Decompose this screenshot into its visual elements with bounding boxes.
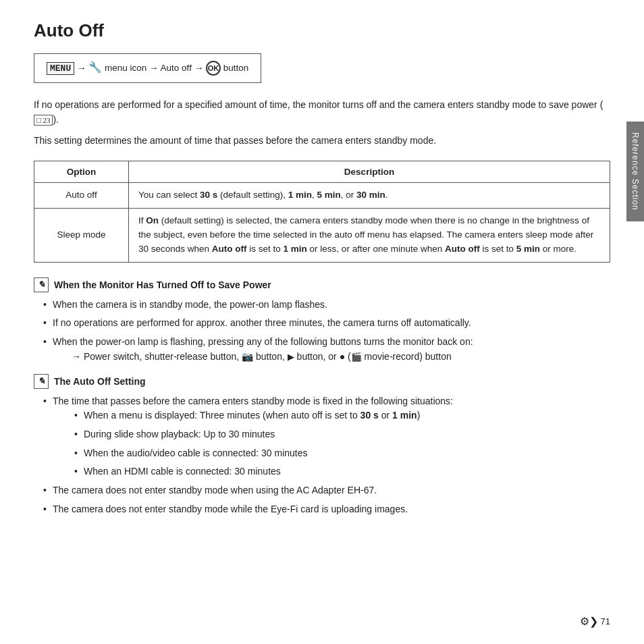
note1-list: When the camera is in standby mode, the … [41,298,610,365]
nav-box: MENU → 🔧 menu icon → Auto off → OK butto… [34,53,261,83]
movie-record-icon: 🎬 [351,352,362,362]
note1-heading: ✎ When the Monitor Has Turned Off to Sav… [34,277,610,292]
note2-dash-1: When a menu is displayed: Three minutes … [72,408,610,423]
table-col-option: Option [34,161,129,183]
note1-item-3: When the power-on lamp is flashing, pres… [41,335,610,364]
intro-paragraph-1: If no operations are performed for a spe… [34,98,610,127]
ok-button-icon: OK [206,61,221,76]
note2-icon: ✎ [34,374,49,389]
page-number: ⚙︎❯ 71 [580,615,610,628]
note1-item-2: If no operations are performed for appro… [41,316,610,331]
menu-icon: 🔧 [88,61,102,73]
options-table: Option Description Auto off You can sele… [34,161,610,263]
nav-arrow2: → [149,63,161,73]
note-auto-off-setting: ✎ The Auto Off Setting The time that pas… [34,374,610,517]
note2-item-3: The camera does not enter standby mode w… [41,502,610,517]
note2-dash-3: When the audio/video cable is connected:… [72,446,610,461]
sleep-mode-description: If On (default setting) is selected, the… [129,208,610,262]
intro-paragraph-2: This setting determines the amount of ti… [34,134,610,149]
note1-item-1: When the camera is in standby mode, the … [41,298,610,313]
page-num-value: 71 [601,616,610,626]
note2-heading: ✎ The Auto Off Setting [34,374,610,389]
note2-dash-4: When an HDMI cable is connected: 30 minu… [72,464,610,479]
intro1-end: ). [53,114,59,125]
note2-item-1: The time that passes before the camera e… [41,394,610,479]
nav-text-menu-icon: menu icon [105,63,146,73]
nav-auto-off: Auto off [161,63,192,73]
sidebar-label: Reference Section [626,122,644,221]
play-icon: ▶ [288,352,294,362]
menu-key: MENU [47,62,74,75]
note2-title: The Auto Off Setting [54,376,146,387]
page-icon: ⚙︎❯ [580,615,598,628]
note-monitor-off: ✎ When the Monitor Has Turned Off to Sav… [34,277,610,365]
sleep-mode-option: Sleep mode [34,208,129,262]
auto-off-option: Auto off [34,183,129,209]
note2-dash-2: During slide show playback: Up to 30 min… [72,427,610,442]
table-col-description: Description [129,161,610,183]
nav-arrow3: → [194,63,206,73]
book-ref: □ 23 [34,115,53,126]
auto-off-description: You can select 30 s (default setting), 1… [129,183,610,209]
note2-item-2: The camera does not enter standby mode w… [41,483,610,498]
page-title: Auto Off [34,20,610,41]
intro1-text: If no operations are performed for a spe… [34,99,603,110]
camera-icon: 📷 [242,351,253,362]
note1-title: When the Monitor Has Turned Off to Save … [54,279,271,290]
note1-sub-arrow: → Power switch, shutter-release button, … [72,350,610,365]
note2-list: The time that passes before the camera e… [41,394,610,517]
nav-arrow1: → [77,63,88,73]
note1-icon: ✎ [34,277,49,292]
table-row-sleep-mode: Sleep mode If On (default setting) is se… [34,208,610,262]
note2-dash-list: When a menu is displayed: Three minutes … [72,408,610,479]
table-row-auto-off: Auto off You can select 30 s (default se… [34,183,610,209]
nav-button-label: button [223,63,249,73]
